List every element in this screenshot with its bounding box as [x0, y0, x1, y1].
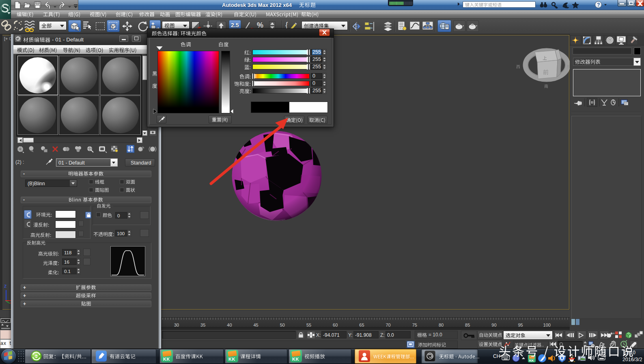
svg-text:z: z — [4, 283, 7, 289]
svg-text:+: + — [613, 332, 615, 336]
